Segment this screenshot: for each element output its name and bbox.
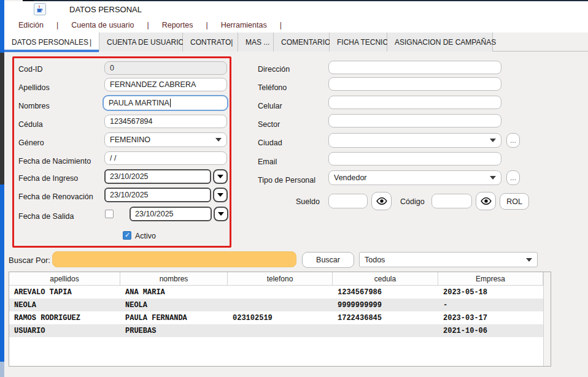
codigo-field[interactable] [431, 194, 472, 208]
table-cell: PRUEBAS [120, 324, 228, 337]
table-cell: 2021-10-06 [438, 324, 543, 337]
table-cell [228, 299, 333, 311]
fecha-salida-dropdown-button[interactable] [214, 207, 228, 221]
table-header-cell[interactable]: apellidos [9, 272, 120, 286]
tipo-personal-label: Tipo de Personal [258, 176, 315, 185]
title-bar: DATOS PERSONAL [4, 1, 588, 17]
menu-item-cuenta-de-usuario[interactable]: Cuenta de usuario [71, 21, 134, 29]
java-coffee-icon [34, 3, 46, 15]
table-row[interactable]: AREVALO TAPIAANA MARIA12345679862023-05-… [9, 286, 551, 299]
table-header-cell[interactable]: telefono [228, 272, 333, 286]
menu-item-reportes[interactable]: Reportes [162, 21, 193, 29]
ciudad-more-button[interactable]: ... [506, 133, 520, 148]
buscar-button[interactable]: Buscar [302, 252, 354, 268]
table-cell: 9999999999 [333, 299, 438, 311]
menu-bar: Edición | Cuenta de usuario | Reportes |… [4, 17, 588, 32]
sector-field[interactable] [328, 114, 501, 128]
table-cell: 023102519 [228, 311, 333, 324]
tab-mas[interactable]: MAS ... [238, 32, 274, 51]
fecha-salida-label: Fecha de Salida [18, 212, 74, 221]
apellidos-field[interactable] [104, 78, 227, 91]
table-cell: 2023-05-18 [438, 286, 543, 299]
tab-datos-personales[interactable]: DATOS PERSONALES| [4, 32, 99, 51]
telefono-field[interactable] [328, 77, 501, 91]
fecha-renovacion-dropdown-button[interactable] [213, 188, 228, 202]
menu-item-edicion[interactable]: Edición [18, 21, 44, 29]
genero-label: Género [18, 139, 44, 147]
cedula-label: Cédula [18, 120, 43, 129]
table-row[interactable]: NEOLANEOLA9999999999- [9, 299, 551, 311]
table-cell: 1234567986 [333, 286, 438, 299]
window-title: DATOS PERSONAL [69, 5, 142, 14]
table-cell [228, 286, 333, 299]
celular-field[interactable] [328, 96, 501, 109]
tab-asignacion-de-campanas[interactable]: ASIGNACION DE CAMPAÑAS [387, 32, 493, 51]
tab-bar: DATOS PERSONALES| CUENTA DE USUARIO CONT… [4, 32, 588, 51]
menu-item-herramientas[interactable]: Herramientas [221, 21, 267, 29]
sueldo-eye-icon[interactable] [371, 192, 392, 210]
cod-id-label: Cod-ID [18, 65, 43, 74]
ciudad-combobox[interactable] [328, 133, 501, 148]
tab-ficha-tecnica[interactable]: FICHA TECNICA [330, 32, 387, 51]
table-cell: RAMOS RODRIGUEZ [9, 311, 120, 324]
email-field[interactable] [328, 152, 501, 166]
table-scrollbar[interactable] [543, 272, 551, 366]
table-cell [333, 324, 438, 337]
fecha-ingreso-field[interactable]: 23/10/2025 [104, 169, 211, 184]
apellidos-label: Apellidos [18, 83, 50, 92]
search-input[interactable] [52, 251, 296, 267]
nombres-label: Nombres [18, 102, 50, 110]
cod-id-field [104, 61, 227, 75]
table-header-cell[interactable]: Empresa [438, 272, 543, 286]
buscar-por-label: Buscar Por: [9, 256, 50, 265]
genero-combobox[interactable]: FEMENINO [104, 132, 227, 147]
direccion-field[interactable] [328, 61, 501, 74]
table-header-cell[interactable]: cedula [333, 272, 438, 286]
search-filter-combobox[interactable]: Todos [359, 252, 538, 267]
cedula-field[interactable] [104, 115, 227, 128]
celular-label: Celular [258, 102, 282, 110]
results-table: apellidosnombrestelefonocedulaEmpresa AR… [9, 272, 551, 367]
chevron-down-icon [215, 138, 222, 142]
chevron-down-icon [526, 258, 532, 262]
codigo-eye-icon[interactable] [476, 192, 496, 210]
tab-cuenta-de-usuario[interactable]: CUENTA DE USUARIO [99, 32, 183, 51]
ciudad-label: Ciudad [258, 139, 282, 147]
chevron-down-icon [217, 175, 223, 178]
fecha-salida-checkbox[interactable] [105, 210, 114, 218]
menu-separator: | [280, 21, 282, 29]
table-cell: 1722436845 [333, 311, 438, 324]
chevron-down-icon [218, 212, 224, 216]
direccion-label: Dirección [258, 65, 290, 74]
email-label: Email [258, 158, 277, 166]
rol-button[interactable]: ROL [500, 193, 529, 210]
nombres-field[interactable]: PAULA MARTINA [103, 95, 228, 111]
fecha-renovacion-field[interactable]: 23/10/2025 [104, 188, 211, 202]
activo-label: Activo [135, 232, 156, 240]
table-row[interactable]: USUARIOPRUEBAS2021-10-06 [9, 324, 551, 337]
activo-checkbox[interactable] [123, 231, 131, 240]
menu-separator: | [147, 21, 149, 29]
fecha-renovacion-label: Fecha de Renovación [18, 192, 93, 201]
table-cell: PAULA FERNANDA [120, 311, 228, 324]
tab-contrato[interactable]: CONTRATO| [183, 32, 238, 51]
table-header-row: apellidosnombrestelefonocedulaEmpresa [9, 272, 551, 286]
sueldo-field[interactable] [328, 194, 368, 208]
table-header-cell[interactable]: nombres [120, 272, 228, 286]
chevron-down-icon [490, 176, 496, 180]
table-cell: ANA MARIA [120, 286, 228, 299]
fecha-ingreso-dropdown-button[interactable] [213, 169, 228, 184]
tipo-personal-combobox[interactable]: Vendedor [328, 170, 501, 185]
tipo-personal-more-button[interactable]: ... [506, 170, 520, 185]
table-cell: AREVALO TAPIA [9, 286, 120, 299]
fecha-salida-field[interactable]: 23/10/2025 [130, 207, 212, 221]
chevron-down-icon [490, 139, 496, 142]
desktop-edge-strip [0, 0, 4, 377]
tab-comentarios[interactable]: COMENTARIOS [274, 32, 330, 51]
codigo-label: Código [400, 197, 425, 206]
table-cell [228, 324, 333, 337]
fecha-nacimiento-field[interactable] [104, 151, 227, 165]
table-row[interactable]: RAMOS RODRIGUEZPAULA FERNANDA02310251917… [9, 311, 551, 324]
text-caret [170, 99, 171, 107]
menu-separator: | [206, 21, 207, 29]
